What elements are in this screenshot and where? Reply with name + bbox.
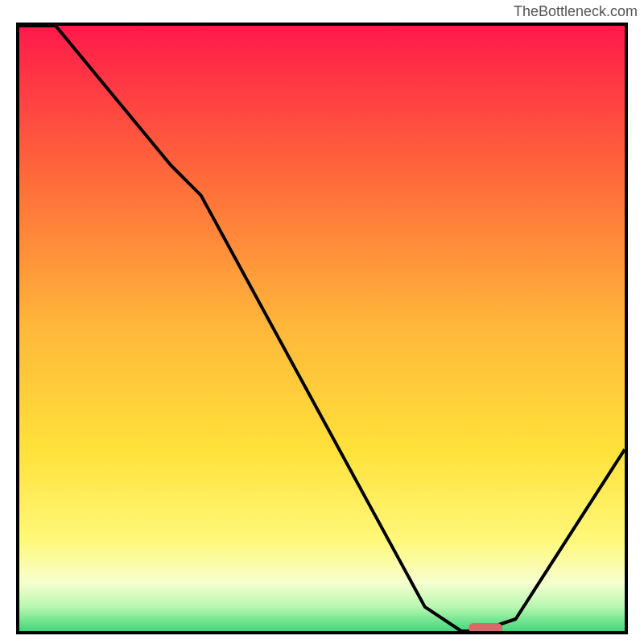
- watermark-text: TheBottleneck.com: [514, 3, 638, 20]
- plot-area: [16, 23, 628, 634]
- chart-container: TheBottleneck.com: [0, 0, 644, 644]
- optimal-marker: [469, 623, 502, 633]
- bottleneck-curve: [19, 26, 625, 631]
